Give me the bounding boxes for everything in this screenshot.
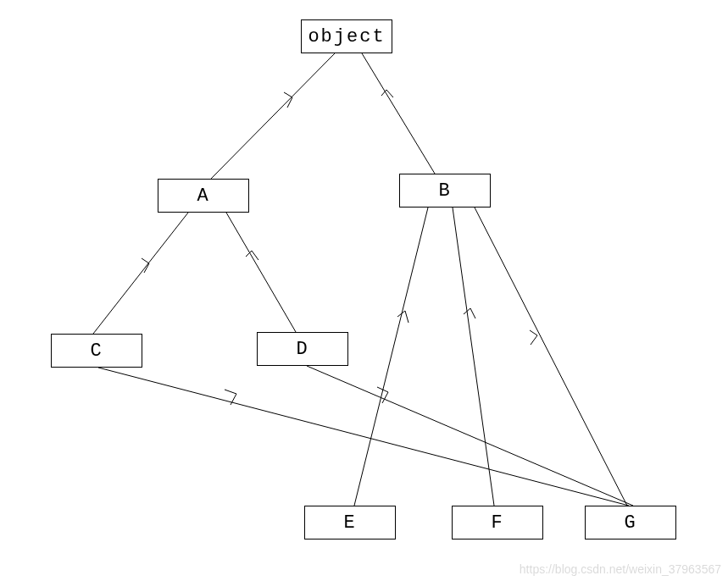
edge-g-b [475,208,627,506]
node-g: G [585,506,676,540]
edge-e-b [354,208,428,506]
node-f-label: F [491,512,503,534]
node-object-label: object [308,26,385,47]
node-g-label: G [624,512,636,534]
edge-b-object-arrow [381,90,393,97]
node-object: object [301,19,392,53]
edge-d-a-arrow [246,251,258,260]
edge-g-c-arrow [225,390,236,405]
edge-a-object-arrow [284,92,292,108]
edge-c-a [93,213,188,334]
node-e-label: E [343,512,356,534]
edge-a-object [211,53,335,179]
edge-g-d [307,366,633,506]
diagram-edges [0,0,728,581]
node-f: F [452,506,543,540]
edge-g-b-arrow [530,330,537,345]
edge-f-b [453,208,494,506]
node-d: D [257,332,348,366]
node-a: A [158,179,249,213]
node-e: E [304,506,396,540]
watermark: https://blog.csdn.net/weixin_37963567 [520,562,721,576]
node-b: B [399,174,491,208]
edge-g-d-arrow [377,387,388,403]
edge-c-a-arrow [142,258,149,273]
edge-e-b-arrow [397,311,408,323]
node-c: C [51,334,142,368]
node-c-label: C [90,340,103,362]
node-b-label: B [438,180,451,202]
node-a-label: A [197,185,209,207]
edge-f-b-arrow [464,308,475,318]
edge-b-object [362,53,435,174]
edge-d-a [226,213,296,332]
edge-g-c [98,368,629,506]
node-d-label: D [296,339,308,360]
